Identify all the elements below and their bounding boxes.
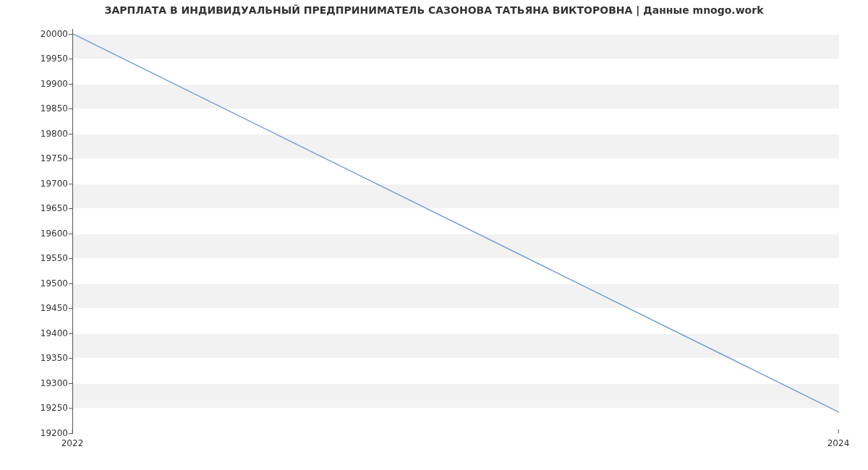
series-line: [73, 34, 839, 412]
y-tick-label: 19950: [3, 54, 68, 64]
chart-title: ЗАРПЛАТА В ИНДИВИДУАЛЬНЫЙ ПРЕДПРИНИМАТЕЛ…: [0, 4, 868, 16]
y-tick-label: 19300: [3, 378, 68, 388]
plot-area: [72, 29, 839, 434]
y-tick-label: 19600: [3, 228, 68, 239]
grid-line: [73, 433, 839, 434]
y-tick-label: 19750: [3, 153, 68, 163]
x-tick-label: 2022: [61, 438, 84, 448]
y-tick-label: 20000: [3, 29, 68, 39]
y-tick-label: 19350: [3, 353, 68, 363]
y-tick-label: 19500: [3, 278, 68, 289]
y-tick-label: 19900: [3, 79, 68, 89]
y-tick-label: 19650: [3, 203, 68, 213]
y-tick-label: 19450: [3, 303, 68, 313]
y-tick-label: 19250: [3, 403, 68, 413]
y-tick-label: 19200: [3, 428, 68, 438]
y-tick-label: 19700: [3, 179, 68, 189]
y-tick-label: 19400: [3, 328, 68, 338]
y-tick-label: 19550: [3, 253, 68, 263]
y-tick-label: 19800: [3, 129, 68, 139]
line-layer: [73, 29, 839, 433]
salary-chart: ЗАРПЛАТА В ИНДИВИДУАЛЬНЫЙ ПРЕДПРИНИМАТЕЛ…: [0, 0, 868, 470]
y-tick-label: 19850: [3, 103, 68, 114]
x-tick-label: 2024: [827, 438, 850, 448]
